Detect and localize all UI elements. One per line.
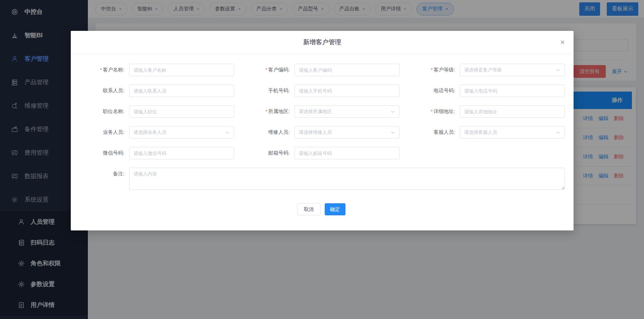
contact-person-field: 联系人员: bbox=[77, 85, 234, 97]
service-person-select[interactable]: 请选择客服人员 bbox=[460, 126, 565, 139]
required-star-icon: * bbox=[265, 67, 267, 72]
repair-person-select[interactable]: 请选择维修人员 bbox=[294, 126, 399, 139]
contact-person-control bbox=[129, 85, 234, 97]
customer-code-control bbox=[294, 64, 399, 76]
email-number-label: 邮箱号码: bbox=[243, 150, 290, 156]
required-star-icon: * bbox=[431, 109, 432, 114]
chevron-down-icon bbox=[225, 130, 230, 135]
region-field: *所属地区:请选择所属地区 bbox=[243, 105, 399, 118]
select-placeholder: 请选择是客户等级 bbox=[464, 67, 502, 73]
sales-person-select[interactable]: 请选择业务人员 bbox=[129, 126, 234, 139]
job-title-input[interactable] bbox=[129, 105, 234, 118]
sales-person-control: 请选择业务人员 bbox=[129, 126, 234, 139]
phone-number-control bbox=[460, 85, 565, 97]
modal-footer: 取消 确定 bbox=[77, 203, 565, 215]
region-label: *所属地区: bbox=[243, 108, 290, 115]
detail-address-field: *详细地址: bbox=[408, 105, 565, 118]
contact-person-input[interactable] bbox=[129, 85, 234, 97]
service-person-control: 请选择客服人员 bbox=[460, 126, 565, 139]
phone-number-label: 电话号码: bbox=[408, 88, 455, 94]
customer-level-select[interactable]: 请选择是客户等级 bbox=[460, 64, 565, 76]
region-control: 请选择所属地区 bbox=[294, 105, 399, 118]
mobile-number-label: 手机号码: bbox=[243, 88, 290, 94]
repair-person-label: 维修人员: bbox=[243, 129, 290, 136]
customer-code-label: *客户编码: bbox=[243, 67, 290, 73]
add-customer-modal: 新增客户管理 × *客户名称:*客户编码:*客户等级:请选择是客户等级联系人员:… bbox=[71, 31, 574, 230]
modal-title: 新增客户管理 bbox=[303, 38, 341, 47]
service-person-field: 客服人员:请选择客服人员 bbox=[408, 126, 565, 139]
email-number-input[interactable] bbox=[294, 147, 399, 159]
required-star-icon: * bbox=[431, 67, 432, 72]
wechat-number-label: 微信号码: bbox=[77, 150, 124, 156]
mobile-number-input[interactable] bbox=[294, 85, 399, 97]
detail-address-control bbox=[460, 105, 565, 118]
close-icon[interactable]: × bbox=[560, 38, 565, 46]
select-placeholder: 请选择所属地区 bbox=[299, 109, 332, 115]
repair-person-field: 维修人员:请选择维修人员 bbox=[243, 126, 399, 139]
phone-number-field: 电话号码: bbox=[408, 85, 565, 97]
service-person-label: 客服人员: bbox=[408, 129, 455, 136]
phone-number-input[interactable] bbox=[460, 85, 565, 97]
select-placeholder: 请选择业务人员 bbox=[133, 129, 166, 136]
wechat-number-input[interactable] bbox=[129, 147, 234, 159]
detail-address-label: *详细地址: bbox=[408, 108, 455, 115]
sales-person-field: 业务人员:请选择业务人员 bbox=[77, 126, 234, 139]
customer-name-input[interactable] bbox=[129, 64, 234, 76]
remark-textarea[interactable] bbox=[129, 168, 565, 190]
region-select[interactable]: 请选择所属地区 bbox=[294, 105, 399, 118]
email-number-control bbox=[294, 147, 399, 159]
mobile-number-field: 手机号码: bbox=[243, 85, 399, 97]
modal-form: *客户名称:*客户编码:*客户等级:请选择是客户等级联系人员:手机号码:电话号码… bbox=[77, 64, 565, 159]
select-placeholder: 请选择客服人员 bbox=[464, 129, 497, 136]
contact-person-label: 联系人员: bbox=[77, 88, 124, 94]
remark-row: 备注: bbox=[77, 168, 565, 190]
customer-code-input[interactable] bbox=[294, 64, 399, 76]
select-placeholder: 请选择维修人员 bbox=[299, 129, 332, 136]
detail-address-input[interactable] bbox=[460, 105, 565, 118]
wechat-number-field: 微信号码: bbox=[77, 147, 234, 159]
chevron-down-icon bbox=[390, 109, 395, 114]
chevron-down-icon bbox=[556, 68, 560, 72]
chevron-down-icon bbox=[390, 130, 395, 135]
confirm-button[interactable]: 确定 bbox=[325, 203, 345, 215]
job-title-field: 职位名称: bbox=[77, 105, 234, 118]
customer-name-field: *客户名称: bbox=[77, 64, 234, 76]
customer-name-label: *客户名称: bbox=[77, 67, 124, 73]
repair-person-control: 请选择维修人员 bbox=[294, 126, 399, 139]
customer-code-field: *客户编码: bbox=[243, 64, 399, 76]
app-root: 中控台智能BI客户管理产品管理维修管理备件管理费用管理数据报表系统设置 人员管理… bbox=[0, 0, 644, 319]
job-title-control bbox=[129, 105, 234, 118]
required-star-icon: * bbox=[100, 67, 102, 72]
customer-level-label: *客户等级: bbox=[408, 67, 455, 73]
email-number-field: 邮箱号码: bbox=[243, 147, 399, 159]
chevron-down-icon bbox=[556, 130, 560, 135]
job-title-label: 职位名称: bbox=[77, 108, 124, 115]
modal-header: 新增客户管理 × bbox=[71, 31, 574, 54]
sales-person-label: 业务人员: bbox=[77, 129, 124, 136]
customer-level-control: 请选择是客户等级 bbox=[460, 64, 565, 76]
mobile-number-control bbox=[294, 85, 399, 97]
wechat-number-control bbox=[129, 147, 234, 159]
customer-level-field: *客户等级:请选择是客户等级 bbox=[408, 64, 565, 76]
customer-name-control bbox=[129, 64, 234, 76]
required-star-icon: * bbox=[265, 109, 267, 114]
modal-body: *客户名称:*客户编码:*客户等级:请选择是客户等级联系人员:手机号码:电话号码… bbox=[71, 54, 574, 215]
remark-label: 备注: bbox=[77, 168, 124, 190]
cancel-button[interactable]: 取消 bbox=[297, 203, 321, 215]
